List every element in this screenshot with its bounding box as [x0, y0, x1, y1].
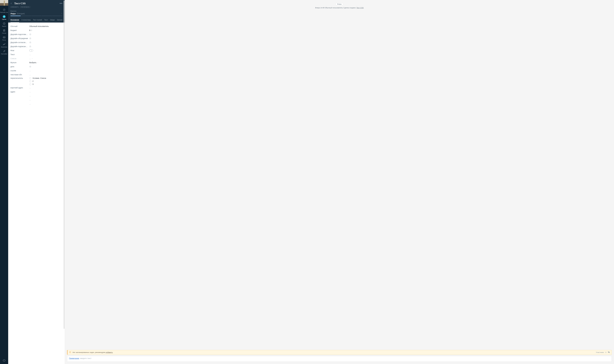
pipeline-progress: [11, 16, 63, 16]
pipeline-selector[interactable]: Воронка Лиды (Сегодня): [11, 9, 63, 18]
svg-rect-14: [30, 66, 31, 67]
field-deadline-sign[interactable]: Дедлайн подписания к: [11, 44, 63, 49]
svg-point-5: [3, 45, 3, 45]
radio-label: 3: [32, 83, 33, 85]
nav-dashboard[interactable]: Рабочий стол: [0, 7, 8, 14]
multi-value: Выбрать: [29, 62, 36, 64]
field-address[interactable]: адрес ...: [11, 90, 63, 94]
event-time: Вчера 14:49: [315, 7, 324, 9]
field-address-line[interactable]: ...: [11, 94, 63, 98]
radio-label: Условие. Список: [32, 77, 46, 79]
timeline-footer: Нет запланированных задач, рекомендуем д…: [65, 350, 614, 364]
nav-analytics[interactable]: Аналитика: [0, 42, 8, 49]
field-label: короткий адрес: [11, 87, 29, 89]
nav-label: Аналитика: [1, 46, 7, 48]
tab-test[interactable]: Тест: [44, 18, 48, 22]
field-deadline-prepare[interactable]: Дедлайн подготовки п: [11, 32, 63, 36]
svg-point-8: [5, 43, 5, 44]
field-label: ссылкк: [11, 70, 29, 72]
nav-rail: Рабочий стол Сделки Задачи Списки Почта …: [0, 0, 8, 364]
placeholder: ...: [29, 74, 31, 76]
field-address-line[interactable]: ...: [11, 98, 63, 102]
tab-stripe[interactable]: Stripe: [50, 18, 55, 22]
no-tasks-bar: Нет запланированных задач, рекомендуем д…: [67, 350, 612, 355]
tab-statistics[interactable]: Статистика: [21, 18, 31, 22]
calendar-icon: [29, 33, 31, 35]
event-link[interactable]: Тест CSS: [356, 7, 364, 9]
participants-label: Участники:: [596, 351, 604, 353]
tab-main[interactable]: Основное: [11, 18, 19, 22]
deal-id: #26639471: [11, 6, 19, 8]
radio-icon: [29, 77, 31, 79]
participants-count: 0: [605, 351, 606, 353]
field-text[interactable]: Текст ...: [11, 52, 63, 56]
chevron-down-icon: [37, 62, 39, 63]
mail-icon: [2, 36, 6, 39]
analytics-icon: [2, 42, 6, 46]
field-label: Дедлайн обсуждения: [11, 37, 29, 39]
field-textarea[interactable]: текстовая обл ...: [11, 73, 63, 77]
svg-point-0: [3, 9, 5, 11]
radio-option[interactable]: 2: [29, 80, 46, 82]
deals-icon: [2, 15, 6, 18]
more-button[interactable]: •••: [60, 2, 63, 5]
svg-point-2: [3, 23, 5, 25]
pipeline-stage-when: (Сегодня): [17, 13, 25, 15]
note-input[interactable]: Примечание: введите текст: [67, 356, 612, 362]
nav-label: Настройки: [1, 53, 7, 55]
field-link[interactable]: ссылкк ...: [11, 69, 63, 73]
field-value: Обычный пользователь: [29, 25, 63, 27]
eye-off-icon[interactable]: [608, 351, 610, 354]
nav-lists[interactable]: Списки: [0, 28, 8, 35]
nav-tasks[interactable]: Задачи: [0, 21, 8, 28]
scrollbar[interactable]: [64, 0, 65, 329]
field-deadline-discuss[interactable]: Дедлайн обсуждения: [11, 36, 63, 40]
nav-deals[interactable]: Сделки: [0, 14, 8, 21]
field-label: дата: [11, 65, 29, 68]
radio-option[interactable]: 3: [29, 83, 46, 85]
radio-icon: [29, 80, 31, 82]
tab-sensei[interactable]: Sensei: [57, 18, 63, 22]
timeline-feed: Вчера Вчера 14:49 Обычный пользователь С…: [65, 0, 614, 350]
event-user: Обычный пользователь: [325, 7, 343, 9]
field-responsible[interactable]: Отв-ный Обычный пользователь: [11, 24, 63, 28]
deal-tabs: Основное Статистика Тест полей Тест Stri…: [8, 18, 65, 23]
deal-header: Тест CSS ••• #26639471 #ТЕГИРОВАТЬ Ворон…: [8, 0, 65, 18]
nav-settings[interactable]: Настройки: [0, 49, 8, 56]
field-deadline-approve[interactable]: Дедлайн согласования: [11, 40, 63, 44]
radio-label: 2: [32, 80, 33, 82]
deal-title[interactable]: Тест CSS: [14, 2, 60, 5]
field-label: Отв-ный: [11, 25, 29, 27]
nav-chat[interactable]: [0, 358, 8, 364]
pipeline-label: Воронка: [11, 10, 63, 12]
calendar-icon: [29, 41, 31, 43]
chevron-down-icon: [61, 13, 63, 14]
tag-button[interactable]: #ТЕГИРОВАТЬ: [20, 6, 30, 8]
nav-mail[interactable]: Почта: [0, 35, 8, 42]
nav-label: Списки: [2, 32, 6, 34]
toggle-switch[interactable]: [29, 50, 33, 52]
tab-test-fields[interactable]: Тест полей: [33, 18, 42, 22]
placeholder: ...: [29, 91, 31, 93]
note-type-selector[interactable]: Примечание: [69, 357, 79, 359]
currency-symbol: $: [29, 29, 30, 31]
field-flag[interactable]: Флаг: [11, 49, 63, 52]
add-task-link[interactable]: добавить: [106, 351, 113, 353]
placeholder: ...: [29, 58, 31, 60]
nav-label: Почта: [2, 39, 6, 41]
back-button[interactable]: [11, 2, 13, 4]
avatar[interactable]: [0, 0, 8, 6]
radio-option[interactable]: Условие. Список: [29, 77, 46, 79]
field-budget[interactable]: Бюджет $0: [11, 28, 63, 32]
field-address-line[interactable]: ...: [11, 102, 63, 106]
field-date[interactable]: дата: [11, 65, 63, 69]
field-list[interactable]: Список ...: [11, 56, 63, 61]
clock-icon: [69, 351, 71, 354]
pipeline-stage: Лиды: [11, 13, 16, 15]
field-short-address[interactable]: короткий адрес ...: [11, 86, 63, 90]
timeline-event: Вчера 14:49 Обычный пользователь Сделка …: [68, 7, 611, 9]
gauge-icon: [2, 8, 6, 12]
field-multi[interactable]: Мульти Выбрать: [11, 61, 63, 65]
field-label: Дедлайн подписания к: [11, 45, 29, 47]
chevron-down-icon: [32, 58, 33, 59]
